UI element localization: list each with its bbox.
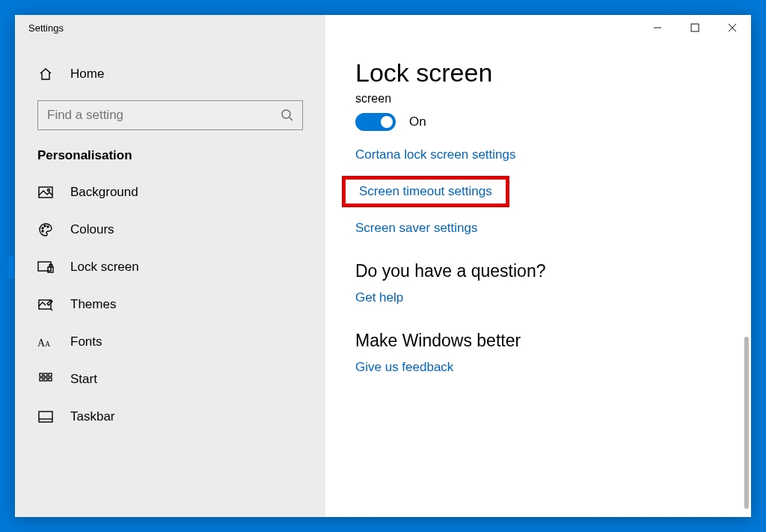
- nav-list: Background Colours: [15, 174, 325, 435]
- svg-point-7: [48, 189, 50, 192]
- svg-point-8: [42, 227, 43, 229]
- picture-icon: [37, 186, 54, 198]
- svg-point-11: [42, 230, 43, 232]
- sidebar-item-label: Taskbar: [70, 409, 115, 424]
- sidebar-item-label: Background: [70, 185, 138, 200]
- palette-icon: [37, 222, 54, 237]
- minimize-button[interactable]: [639, 15, 676, 40]
- page-title: Lock screen: [355, 58, 721, 88]
- cortana-lock-screen-link[interactable]: Cortana lock screen settings: [355, 147, 721, 162]
- svg-rect-23: [39, 412, 52, 422]
- svg-rect-18: [44, 373, 47, 376]
- svg-point-10: [47, 226, 49, 227]
- svg-rect-21: [44, 378, 47, 381]
- get-help-link[interactable]: Get help: [355, 290, 721, 305]
- close-button[interactable]: [714, 15, 751, 40]
- svg-point-9: [44, 225, 46, 227]
- sidebar-item-lock-screen[interactable]: Lock screen: [15, 248, 325, 286]
- maximize-button[interactable]: [676, 15, 714, 40]
- svg-rect-17: [40, 373, 43, 376]
- window-title: Settings: [15, 22, 64, 34]
- svg-rect-22: [49, 378, 52, 381]
- sidebar-item-start[interactable]: Start: [15, 361, 325, 398]
- home-icon: [37, 67, 54, 82]
- toggle-state-label: On: [409, 114, 426, 129]
- search-input[interactable]: [38, 101, 272, 129]
- sidebar-item-colours[interactable]: Colours: [15, 211, 325, 248]
- svg-rect-19: [49, 373, 52, 376]
- search-icon: [272, 108, 302, 122]
- scrollbar-thumb[interactable]: [744, 337, 749, 509]
- home-label: Home: [70, 67, 104, 82]
- svg-point-4: [282, 110, 290, 118]
- svg-rect-20: [40, 378, 43, 381]
- screen-timeout-link[interactable]: Screen timeout settings: [342, 176, 509, 207]
- screen-toggle[interactable]: [355, 113, 396, 131]
- svg-rect-6: [39, 187, 52, 198]
- home-button[interactable]: Home: [15, 57, 325, 91]
- fonts-icon: AA: [37, 335, 54, 349]
- sidebar-item-label: Lock screen: [70, 260, 139, 275]
- sidebar: Home Personalisation: [15, 15, 325, 517]
- svg-rect-1: [691, 24, 699, 31]
- sidebar-item-label: Colours: [70, 222, 114, 237]
- sidebar-item-label: Fonts: [70, 334, 102, 349]
- sidebar-item-label: Start: [70, 372, 97, 387]
- content-pane: Lock screen screen On Cortana lock scree…: [325, 15, 751, 517]
- themes-icon: [37, 298, 54, 311]
- svg-text:A: A: [45, 340, 51, 348]
- sidebar-item-themes[interactable]: Themes: [15, 286, 325, 323]
- category-heading: Personalisation: [37, 148, 325, 163]
- title-bar: Settings: [15, 15, 751, 40]
- feedback-link[interactable]: Give us feedback: [355, 360, 721, 375]
- start-icon: [37, 373, 54, 386]
- section-label: screen: [355, 92, 721, 106]
- sidebar-item-fonts[interactable]: AA Fonts: [15, 323, 325, 361]
- sidebar-item-background[interactable]: Background: [15, 174, 325, 211]
- sidebar-item-label: Themes: [70, 297, 116, 312]
- sidebar-item-taskbar[interactable]: Taskbar: [15, 398, 325, 435]
- settings-window: Settings Home: [15, 15, 751, 517]
- taskbar-icon: [37, 411, 54, 423]
- better-heading: Make Windows better: [355, 331, 721, 351]
- question-heading: Do you have a question?: [355, 261, 721, 281]
- lock-screen-icon: [37, 260, 54, 274]
- screen-saver-link[interactable]: Screen saver settings: [355, 221, 721, 236]
- search-box[interactable]: [37, 100, 303, 130]
- svg-line-5: [289, 117, 292, 120]
